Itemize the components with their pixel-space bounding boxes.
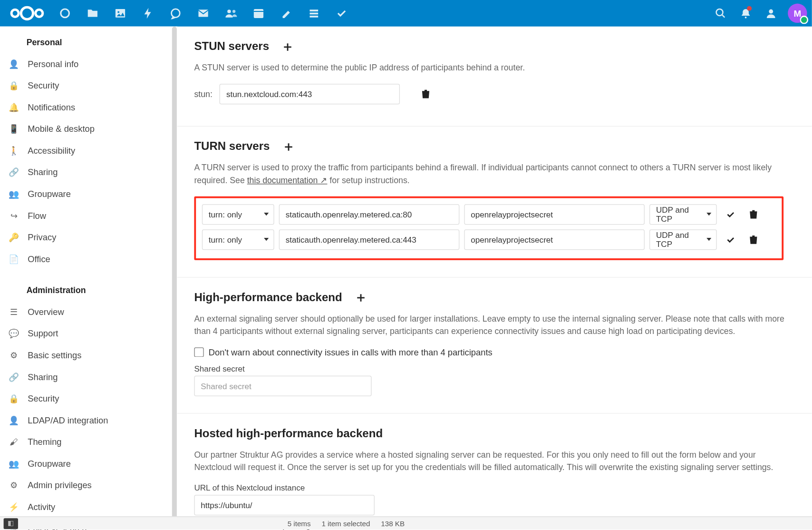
dashboard-app-icon[interactable]	[52, 0, 78, 27]
sidebar-item-office[interactable]: 📄Office	[0, 248, 177, 270]
sidebar-item-mobile-desktop[interactable]: 📱Mobile & desktop	[0, 118, 177, 140]
turn-scheme-select[interactable]: turn: only	[202, 229, 274, 250]
stun-section: STUN servers ＋ A STUN server is used to …	[177, 27, 812, 127]
settings-sidebar: Personal 👤Personal info 🔒Security 🔔Notif…	[0, 27, 177, 530]
hosted-url-input[interactable]	[194, 495, 375, 515]
top-bar: M	[0, 0, 812, 27]
add-turn-button[interactable]: ＋	[282, 139, 295, 153]
sidebar-item-label: Sharing	[28, 167, 58, 177]
sidebar-item-accessibility[interactable]: 🚶Accessibility	[0, 139, 177, 161]
settings-content: STUN servers ＋ A STUN server is used to …	[177, 27, 812, 530]
turn-secret-input[interactable]	[464, 204, 645, 225]
activity-app-icon[interactable]	[135, 0, 161, 27]
sidebar-section-admin: Administration	[0, 278, 177, 301]
turn-doc-link[interactable]: this documentation ↗	[247, 175, 328, 185]
sidebar-item-sharing[interactable]: 🔗Sharing	[0, 161, 177, 183]
sidebar-item-personal-info[interactable]: 👤Personal info	[0, 53, 177, 75]
test-turn-button[interactable]	[722, 205, 740, 223]
list-icon: ☰	[9, 307, 19, 316]
taskbar-app-icon[interactable]: ◧	[4, 518, 18, 529]
sidebar-item-label: Security	[28, 393, 59, 403]
stun-server-input[interactable]	[220, 84, 400, 104]
turn-server-input[interactable]	[279, 229, 459, 250]
turn-title: TURN servers	[194, 139, 270, 153]
hpb-warn-label[interactable]: Don't warn about connectivity issues in …	[209, 347, 493, 357]
tasks-app-icon[interactable]	[329, 0, 355, 27]
talk-app-icon[interactable]	[163, 0, 189, 27]
sidebar-item-ldap[interactable]: 👤LDAP/AD integration	[0, 409, 177, 431]
svg-point-6	[172, 9, 180, 18]
accessibility-icon: 🚶	[9, 146, 19, 155]
delete-stun-button[interactable]	[417, 85, 435, 103]
deck-app-icon[interactable]	[301, 0, 328, 27]
turn-secret-input[interactable]	[464, 229, 645, 250]
sidebar-item-flow[interactable]: ↪Flow	[0, 205, 177, 226]
sidebar-item-privacy[interactable]: 🔑Privacy	[0, 226, 177, 248]
group-icon: 👥	[9, 459, 19, 468]
gear-icon: ⚙	[9, 350, 19, 360]
svg-point-18	[745, 17, 747, 19]
delete-turn-button[interactable]	[744, 230, 763, 248]
calendar-app-icon[interactable]	[245, 0, 272, 27]
turn-scheme-select[interactable]: turn: only	[202, 204, 274, 225]
lightning-icon: ⚡	[9, 502, 19, 511]
sidebar-item-label: Mobile & desktop	[28, 124, 95, 134]
user-avatar[interactable]: M	[788, 4, 807, 23]
stun-row: stun:	[194, 84, 795, 104]
turn-row: turn: only UDP and TCP	[202, 229, 776, 250]
sidebar-item-overview[interactable]: ☰Overview	[0, 301, 177, 323]
sidebar-item-theming[interactable]: 🖌Theming	[0, 431, 177, 453]
search-icon[interactable]	[708, 1, 733, 26]
sidebar-item-admin-security[interactable]: 🔒Security	[0, 388, 177, 410]
turn-desc-post: for setup instructions.	[330, 175, 410, 185]
add-stun-button[interactable]: ＋	[281, 39, 295, 53]
hosted-title: Hosted high-performance backend	[194, 427, 383, 440]
mail-app-icon[interactable]	[190, 0, 217, 27]
sidebar-item-admin-sharing[interactable]: 🔗Sharing	[0, 366, 177, 388]
test-turn-button[interactable]	[722, 230, 740, 248]
share-icon: 🔗	[9, 167, 19, 177]
sidebar-item-label: Groupware	[28, 189, 71, 198]
sidebar-item-activity[interactable]: ⚡Activity	[0, 496, 177, 518]
sidebar-item-notifications[interactable]: 🔔Notifications	[0, 96, 177, 118]
svg-point-9	[232, 10, 235, 13]
app-icons	[52, 0, 355, 27]
sidebar-item-basic-settings[interactable]: ⚙Basic settings	[0, 344, 177, 366]
notes-app-icon[interactable]	[273, 0, 300, 27]
brush-icon: 🖌	[9, 437, 19, 446]
files-app-icon[interactable]	[79, 0, 106, 27]
lock-icon: 🔒	[9, 81, 19, 90]
sidebar-item-label: Groupware	[28, 459, 71, 468]
sidebar-item-support[interactable]: 💬Support	[0, 323, 177, 344]
turn-server-input[interactable]	[279, 204, 459, 225]
group-icon: 👥	[9, 189, 19, 198]
photos-app-icon[interactable]	[107, 0, 134, 27]
statusbar-size: 138 KB	[381, 519, 405, 528]
delete-turn-button[interactable]	[744, 205, 763, 223]
hosted-hpb-section: Hosted high-performance backend Our part…	[177, 413, 812, 530]
hpb-warn-checkbox[interactable]	[194, 347, 204, 357]
turn-protocol-select[interactable]: UDP and TCP	[649, 229, 717, 250]
svg-point-3	[61, 9, 69, 18]
sidebar-item-label: Security	[28, 81, 59, 90]
lock-icon: 🔒	[9, 393, 19, 403]
svg-rect-15	[309, 16, 318, 18]
add-hpb-button[interactable]: ＋	[354, 291, 367, 304]
hpb-warn-checkbox-row: Don't warn about connectivity issues in …	[194, 347, 795, 357]
hpb-secret-input[interactable]	[194, 375, 372, 396]
turn-description: A TURN server is used to proxy the traff…	[194, 161, 795, 186]
share-icon: 🔗	[9, 372, 19, 382]
contacts-app-icon[interactable]	[218, 0, 244, 27]
nextcloud-logo[interactable]	[9, 4, 46, 23]
sidebar-item-security[interactable]: 🔒Security	[0, 75, 177, 97]
sidebar-scrollbar[interactable]	[172, 27, 177, 520]
turn-protocol-select[interactable]: UDP and TCP	[649, 204, 717, 225]
contacts-menu-icon[interactable]	[759, 1, 783, 26]
sidebar-item-admin-groupware[interactable]: 👥Groupware	[0, 452, 177, 474]
gear-icon: ⚙	[9, 480, 19, 490]
sidebar-item-admin-privileges[interactable]: ⚙Admin privileges	[0, 474, 177, 496]
svg-point-16	[716, 9, 723, 16]
notifications-icon[interactable]	[734, 1, 758, 26]
sidebar-item-groupware[interactable]: 👥Groupware	[0, 183, 177, 205]
sidebar-item-label: Theming	[28, 437, 61, 446]
